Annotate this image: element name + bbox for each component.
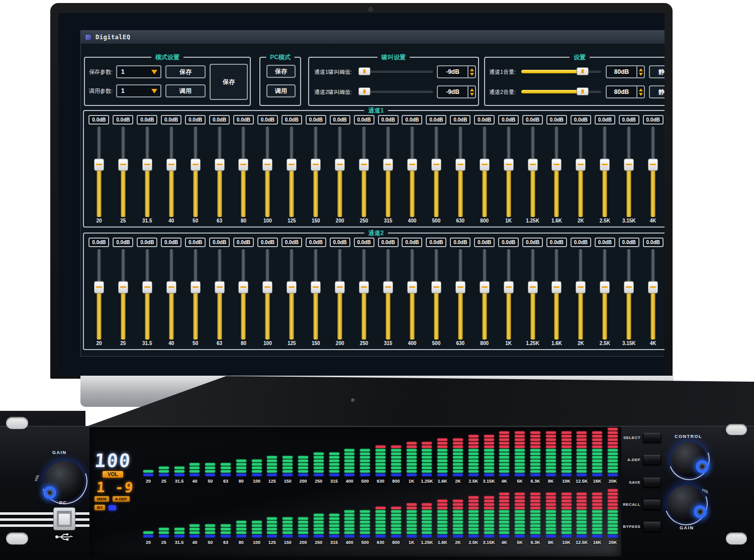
fader-handle[interactable] (480, 281, 490, 293)
fader-handle[interactable] (383, 158, 393, 171)
fader-track[interactable] (593, 127, 617, 217)
eq-fader-63[interactable]: 0.0dB63 (208, 238, 232, 347)
pc-recall-button[interactable]: 调用 (266, 84, 296, 97)
spinner[interactable] (467, 66, 475, 77)
fader-track[interactable] (497, 249, 521, 340)
device-button-bypass[interactable] (643, 522, 661, 531)
eq-fader-4K[interactable]: 0.0dB4K (641, 115, 665, 225)
fader-handle[interactable] (431, 158, 441, 171)
fader-handle[interactable] (407, 158, 417, 171)
fader-handle[interactable] (166, 158, 176, 171)
eq-fader-500[interactable]: 0.0dB500 (424, 115, 448, 225)
ch1-howl-spinbox[interactable]: -9dB (437, 65, 476, 78)
spin-down-icon[interactable] (470, 73, 474, 76)
spin-up-icon[interactable] (639, 88, 643, 91)
eq-fader-3.15K[interactable]: 0.0dB3.15K (617, 238, 641, 347)
fader-track[interactable] (448, 249, 473, 340)
fader-handle[interactable] (648, 281, 658, 293)
fader-handle[interactable] (238, 281, 248, 293)
device-button-select[interactable] (643, 433, 661, 442)
fader-handle[interactable] (504, 281, 514, 293)
fader-track[interactable] (232, 249, 256, 340)
mode-save-big-button[interactable]: 保存 (210, 64, 248, 100)
device-button-adef[interactable] (643, 455, 661, 465)
fader-track[interactable] (352, 127, 376, 217)
fader-handle[interactable] (624, 158, 634, 171)
fader-track[interactable] (424, 249, 448, 340)
fader-handle[interactable] (504, 158, 514, 171)
eq-fader-31.5[interactable]: 0.0dB31.5 (135, 238, 159, 347)
device-button-recall[interactable] (643, 500, 661, 509)
fader-handle[interactable] (528, 281, 538, 293)
fader-track[interactable] (111, 127, 135, 217)
ch1-mute-button[interactable]: 静音 (649, 65, 665, 78)
eq-fader-100[interactable]: 0.0dB100 (255, 115, 279, 225)
fader-track[interactable] (328, 127, 352, 217)
ch2-howl-spinbox[interactable]: -9dB (437, 85, 476, 98)
fader-handle[interactable] (191, 281, 201, 293)
eq-fader-125[interactable]: 0.0dB125 (279, 238, 304, 347)
fader-track[interactable] (135, 127, 159, 217)
fader-track[interactable] (183, 249, 208, 340)
fader-handle[interactable] (359, 158, 369, 171)
fader-handle[interactable] (600, 158, 610, 171)
fader-handle[interactable] (480, 158, 490, 171)
eq-fader-1.25K[interactable]: 0.0dB1.25K (521, 115, 545, 225)
save-param-select[interactable]: 1 (116, 65, 161, 78)
eq-fader-200[interactable]: 0.0dB200 (328, 238, 352, 347)
eq-fader-40[interactable]: 0.0dB40 (159, 238, 183, 347)
slider-handle[interactable] (577, 87, 589, 95)
fader-track[interactable] (304, 127, 328, 217)
fader-handle[interactable] (311, 281, 321, 293)
fader-track[interactable] (376, 249, 400, 340)
fader-track[interactable] (593, 249, 617, 340)
save-param-button[interactable]: 保存 (165, 65, 206, 78)
fader-track[interactable] (111, 249, 135, 340)
eq-fader-20[interactable]: 0.0dB20 (87, 238, 111, 347)
left-gain-knob[interactable] (44, 461, 84, 501)
eq-fader-200[interactable]: 0.0dB200 (328, 115, 352, 225)
eq-fader-315[interactable]: 0.0dB315 (376, 238, 400, 347)
fader-track[interactable] (159, 127, 183, 217)
fader-track[interactable] (87, 127, 111, 217)
spinner[interactable] (636, 86, 644, 97)
eq-fader-2K[interactable]: 0.0dB2K (569, 238, 593, 347)
fader-track[interactable] (473, 249, 497, 340)
eq-fader-1.25K[interactable]: 0.0dB1.25K (521, 238, 545, 347)
fader-track[interactable] (232, 127, 256, 217)
eq-fader-25[interactable]: 0.0dB25 (111, 115, 135, 225)
eq-fader-63[interactable]: 0.0dB63 (208, 115, 232, 225)
fader-handle[interactable] (191, 158, 201, 171)
eq-fader-100[interactable]: 0.0dB100 (255, 238, 279, 347)
eq-fader-2K[interactable]: 0.0dB2K (569, 115, 593, 225)
ch2-mute-button[interactable]: 静音 (649, 85, 665, 98)
pc-save-button[interactable]: 保存 (266, 65, 296, 78)
fader-track[interactable] (208, 127, 232, 217)
fader-track[interactable] (183, 127, 208, 217)
eq-fader-1K[interactable]: 0.0dB1K (497, 115, 521, 225)
fader-track[interactable] (159, 249, 183, 340)
fader-track[interactable] (617, 127, 641, 217)
fader-track[interactable] (473, 127, 497, 217)
eq-fader-25[interactable]: 0.0dB25 (111, 238, 135, 347)
eq-fader-500[interactable]: 0.0dB500 (424, 238, 448, 347)
fader-track[interactable] (641, 249, 665, 340)
ch2-howl-slider[interactable] (362, 87, 434, 95)
eq-fader-125[interactable]: 0.0dB125 (279, 115, 304, 225)
recall-param-select[interactable]: 1 (116, 84, 161, 97)
fader-handle[interactable] (551, 281, 561, 293)
fader-handle[interactable] (262, 158, 272, 171)
spin-up-icon[interactable] (470, 88, 474, 91)
eq-fader-250[interactable]: 0.0dB250 (352, 115, 376, 225)
eq-fader-50[interactable]: 0.0dB50 (183, 115, 208, 225)
fader-handle[interactable] (287, 158, 297, 171)
eq-fader-40[interactable]: 0.0dB40 (159, 115, 183, 225)
eq-fader-1.6K[interactable]: 0.0dB1.6K (545, 238, 569, 347)
eq-fader-150[interactable]: 0.0dB150 (304, 115, 328, 225)
fader-track[interactable] (641, 127, 665, 217)
slider-handle[interactable] (358, 87, 370, 95)
eq-fader-800[interactable]: 0.0dB800 (473, 115, 497, 225)
fader-track[interactable] (352, 249, 376, 340)
fader-track[interactable] (328, 249, 352, 340)
fader-track[interactable] (521, 127, 545, 217)
